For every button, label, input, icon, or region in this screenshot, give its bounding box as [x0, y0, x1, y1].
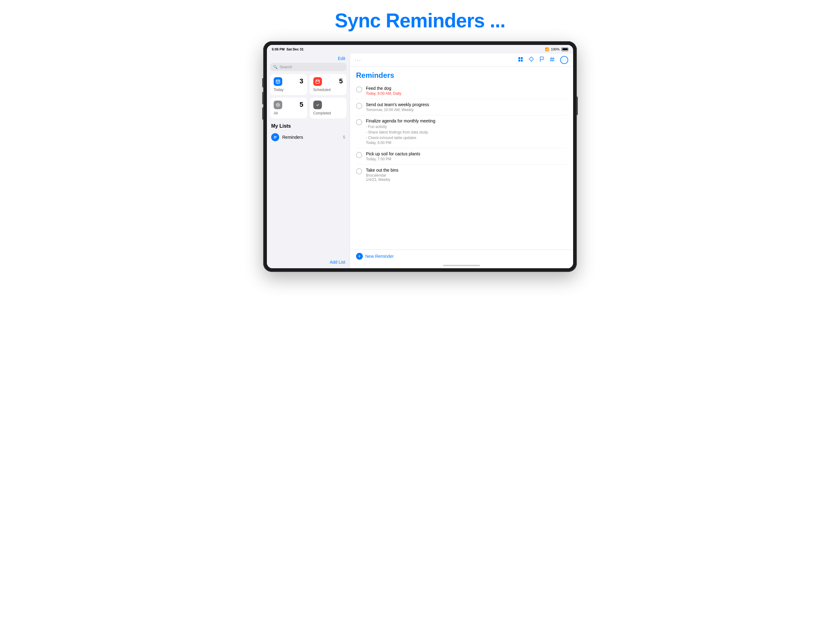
reminder-title-3: Finalize agenda for monthly meeting: [366, 119, 567, 123]
svg-point-10: [316, 103, 319, 107]
flag-icon[interactable]: [539, 57, 544, 63]
reminder-item-5: Take out the bins $nocalendar1/4/23, Wee…: [356, 165, 567, 185]
my-lists-title: My Lists: [271, 123, 291, 128]
reminder-title-4: Pick up soil for cactus plants: [366, 151, 567, 156]
reminder-circle-4[interactable]: [356, 152, 362, 158]
home-bar: [443, 265, 480, 266]
toolbar: ···: [350, 54, 573, 67]
side-button-mute: [262, 78, 264, 87]
main-content: ···: [350, 54, 573, 268]
list-item-reminders-count: 5: [343, 135, 345, 140]
today-count: 3: [300, 77, 303, 85]
home-indicator: [350, 263, 573, 268]
reminder-circle-3[interactable]: [356, 119, 362, 125]
smart-card-completed-top: [313, 101, 343, 109]
reminder-circle-1[interactable]: [356, 86, 362, 93]
ipad-frame: 5:06 PM Sat Dec 31 📶 100% Edit 🔍 Search: [263, 41, 577, 272]
svg-text:31: 31: [277, 82, 279, 83]
svg-rect-14: [518, 57, 520, 59]
reminder-body-4: Pick up soil for cactus plants Today, 7:…: [366, 151, 567, 161]
toolbar-icons: ···: [518, 56, 568, 64]
reminder-subtitle-1: Today, 9:00 AM, Daily: [366, 91, 567, 96]
reminder-body-5: Take out the bins $nocalendar1/4/23, Wee…: [366, 168, 567, 182]
reminder-circle-5[interactable]: [356, 168, 362, 174]
smart-list-completed[interactable]: Completed: [309, 98, 347, 119]
edit-button[interactable]: Edit: [338, 56, 345, 61]
search-icon: 🔍: [273, 65, 278, 69]
reminder-title-5: Take out the bins: [366, 168, 567, 173]
new-reminder-label: New Reminder: [365, 254, 394, 259]
svg-rect-17: [521, 60, 523, 62]
reminder-subtitle-3: Today, 6:00 PM: [366, 141, 567, 145]
side-button-volume-up: [262, 92, 264, 104]
list-item-reminders-icon: [271, 133, 279, 141]
today-label: Today: [274, 88, 303, 92]
svg-rect-16: [518, 60, 520, 62]
reminder-subtitle-4: Today, 7:00 PM: [366, 157, 567, 161]
reminder-subtitle-2: Tomorrow, 10:00 AM, Weekly: [366, 108, 567, 112]
battery-icon: 100%: [551, 47, 560, 51]
page-hero-title: Sync Reminders ...: [335, 9, 505, 32]
reminder-item-3: Finalize agenda for monthly meeting - Fu…: [356, 116, 567, 148]
reminder-title-1: Feed the dog: [366, 86, 567, 91]
smart-card-today-top: 31 3: [274, 77, 303, 86]
grid-icon[interactable]: [518, 57, 523, 63]
smart-list-today[interactable]: 31 3 Today: [270, 74, 307, 95]
battery-bar: [561, 47, 568, 51]
completed-label: Completed: [313, 111, 343, 116]
reminder-subtitle-5: $nocalendar1/4/23, Weekly: [366, 173, 567, 182]
reminders-list: Reminders Feed the dog Today, 9:00 AM, D…: [350, 67, 573, 250]
completed-icon: [313, 101, 322, 109]
search-input[interactable]: Search: [279, 65, 292, 69]
svg-line-19: [553, 57, 553, 62]
smart-card-all-top: 5: [274, 101, 303, 109]
reminder-item-4: Pick up soil for cactus plants Today, 7:…: [356, 148, 567, 165]
side-button-power: [576, 97, 578, 115]
reminder-body-1: Feed the dog Today, 9:00 AM, Daily: [366, 86, 567, 96]
list-item-reminders-name: Reminders: [282, 135, 340, 140]
svg-line-18: [551, 57, 551, 62]
scheduled-label: Scheduled: [313, 88, 343, 92]
scheduled-icon: [313, 77, 322, 86]
reminder-notes-3: - Fun activity- Share latest findings fr…: [366, 124, 567, 141]
new-reminder-plus-icon: +: [356, 253, 363, 260]
reminder-item-1: Feed the dog Today, 9:00 AM, Daily: [356, 83, 567, 99]
search-bar[interactable]: 🔍 Search: [270, 63, 346, 71]
add-list-button[interactable]: Add List: [330, 260, 345, 264]
sidebar-footer: Add List: [267, 256, 350, 268]
reminder-body-3: Finalize agenda for monthly meeting - Fu…: [366, 119, 567, 145]
reminders-list-title: Reminders: [356, 67, 567, 83]
new-reminder-button[interactable]: + New Reminder: [356, 253, 567, 260]
svg-rect-5: [316, 80, 319, 83]
reminder-circle-2[interactable]: [356, 103, 362, 109]
svg-rect-15: [521, 57, 523, 59]
side-button-volume-down: [262, 108, 264, 120]
toolbar-dots: ···: [355, 57, 361, 63]
my-lists-header: My Lists: [267, 123, 350, 129]
status-time: 5:06 PM Sat Dec 31: [272, 47, 303, 51]
location-icon[interactable]: [529, 57, 534, 63]
smart-card-scheduled-top: 5: [313, 77, 343, 86]
ipad-screen: 5:06 PM Sat Dec 31 📶 100% Edit 🔍 Search: [267, 45, 573, 268]
status-right: 📶 100%: [545, 47, 568, 51]
bottom-bar: + New Reminder: [350, 250, 573, 263]
smart-list-all[interactable]: 5 All: [270, 98, 307, 119]
wifi-icon: 📶: [545, 47, 549, 51]
smart-list-scheduled[interactable]: 5 Scheduled: [309, 74, 347, 95]
sidebar-header: Edit: [267, 54, 350, 63]
app-container: Edit 🔍 Search: [267, 54, 573, 268]
status-bar: 5:06 PM Sat Dec 31 📶 100%: [267, 45, 573, 54]
reminder-title-2: Send out team's weekly progress: [366, 102, 567, 107]
list-item-reminders[interactable]: Reminders 5: [267, 131, 350, 144]
today-icon: 31: [274, 77, 282, 86]
more-button[interactable]: ···: [560, 56, 568, 64]
all-count: 5: [300, 101, 303, 109]
reminder-body-2: Send out team's weekly progress Tomorrow…: [366, 102, 567, 112]
hashtag-icon[interactable]: [550, 57, 555, 63]
all-label: All: [274, 111, 303, 116]
sidebar: Edit 🔍 Search: [267, 54, 350, 268]
scheduled-count: 5: [339, 77, 343, 85]
smart-lists-grid: 31 3 Today: [267, 74, 350, 119]
reminder-item-2: Send out team's weekly progress Tomorrow…: [356, 99, 567, 116]
all-icon: [274, 101, 282, 109]
